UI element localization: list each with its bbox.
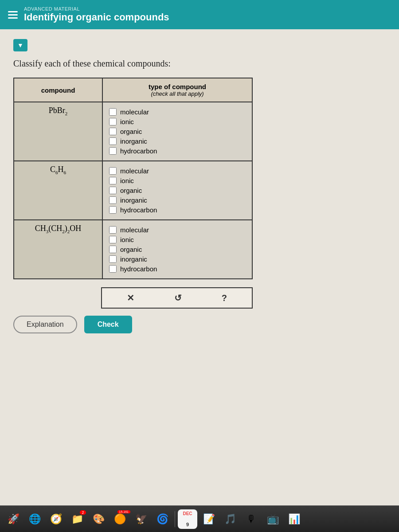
label-molecular-2: molecular xyxy=(120,167,149,175)
checkbox-row-inorganic-1: inorganic xyxy=(109,137,246,145)
checkboxes-cell-1: molecular ionic organic inorganic xyxy=(102,102,252,161)
clear-button[interactable]: ✕ xyxy=(127,293,134,303)
label-hydrocarbon-2: hydrocarbon xyxy=(120,206,157,214)
table-row: CH3(CH2)2OH molecular ionic organic xyxy=(14,220,252,279)
checkbox-row-ionic-1: ionic xyxy=(109,118,246,125)
checkbox-row-organic-2: organic xyxy=(109,187,246,194)
dock-item-app4[interactable]: 🎨 xyxy=(89,509,108,529)
checkbox-row-hydrocarbon-2: hydrocarbon xyxy=(109,206,246,214)
label-hydrocarbon-3: hydrocarbon xyxy=(120,265,157,273)
help-button[interactable]: ? xyxy=(222,293,227,303)
label-inorganic-1: inorganic xyxy=(120,137,147,145)
compound-table: compound type of compound (check all tha… xyxy=(13,78,253,279)
dock-item-app7[interactable]: 🌀 xyxy=(153,509,172,529)
formula-ch3ch2oh: CH3(CH2)2OH xyxy=(35,224,82,233)
dock-item-tv[interactable]: 📺 xyxy=(263,509,282,529)
dock-item-music[interactable]: 🎵 xyxy=(220,509,240,529)
dock-item-chrome[interactable]: 🌐 xyxy=(25,509,44,529)
checkbox-row-organic-3: organic xyxy=(109,246,246,253)
compound-cell-3: CH3(CH2)2OH xyxy=(14,220,102,279)
col-header-compound: compound xyxy=(14,78,102,102)
checkbox-row-ionic-3: ionic xyxy=(109,236,246,243)
header-title: Identifying organic compounds xyxy=(24,12,169,23)
table-row: C6H6 molecular ionic organic xyxy=(14,161,252,220)
checkbox-row-inorganic-3: inorganic xyxy=(109,255,246,263)
checkbox-inorganic-2[interactable] xyxy=(109,196,117,204)
label-molecular-3: molecular xyxy=(120,226,149,234)
checkbox-hydrocarbon-1[interactable] xyxy=(109,147,117,155)
checkbox-organic-3[interactable] xyxy=(109,246,117,253)
compound-cell-2: C6H6 xyxy=(14,161,102,220)
checkbox-ionic-3[interactable] xyxy=(109,236,117,243)
dock-item-app6[interactable]: 🦅 xyxy=(131,509,151,529)
checkbox-row-hydrocarbon-1: hydrocarbon xyxy=(109,147,246,155)
label-organic-2: organic xyxy=(120,187,142,194)
checkbox-row-molecular-2: molecular xyxy=(109,167,246,175)
checkbox-hydrocarbon-2[interactable] xyxy=(109,206,117,214)
dock-badge-app5: 15,161 xyxy=(117,510,130,513)
checkbox-organic-2[interactable] xyxy=(109,187,117,194)
checkboxes-cell-3: molecular ionic organic inorganic xyxy=(102,220,252,279)
label-inorganic-2: inorganic xyxy=(120,196,147,204)
checkbox-inorganic-1[interactable] xyxy=(109,137,117,145)
checkbox-row-ionic-2: ionic xyxy=(109,177,246,184)
label-organic-1: organic xyxy=(120,128,142,135)
checkbox-ionic-2[interactable] xyxy=(109,177,117,184)
main-content: ▼ Classify each of these chemical compou… xyxy=(0,29,399,517)
checkbox-molecular-2[interactable] xyxy=(109,167,117,175)
action-buttons-row: ✕ ↺ ? xyxy=(101,287,253,309)
checkboxes-cell-2: molecular ionic organic inorganic xyxy=(102,161,252,220)
bottom-buttons: Explanation Check xyxy=(13,316,386,333)
check-button[interactable]: Check xyxy=(84,316,132,333)
dock-item-safari[interactable]: 🧭 xyxy=(46,509,66,529)
checkbox-row-molecular-3: molecular xyxy=(109,226,246,234)
checkbox-row-hydrocarbon-3: hydrocarbon xyxy=(109,265,246,273)
table-row: PbBr2 molecular ionic organic xyxy=(14,102,252,161)
label-ionic-1: ionic xyxy=(120,118,134,125)
undo-button[interactable]: ↺ xyxy=(174,293,182,303)
explanation-button[interactable]: Explanation xyxy=(13,316,77,333)
dock-item-launchpad[interactable]: 🚀 xyxy=(4,509,23,529)
dock-badge-finder: 2 xyxy=(80,510,86,515)
checkbox-ionic-1[interactable] xyxy=(109,118,117,125)
checkbox-row-organic-1: organic xyxy=(109,128,246,135)
checkbox-row-molecular-1: molecular xyxy=(109,108,246,116)
checkbox-organic-1[interactable] xyxy=(109,128,117,135)
checkbox-molecular-1[interactable] xyxy=(109,108,117,116)
col-header-type: type of compound (check all that apply) xyxy=(102,78,252,102)
hamburger-menu-icon[interactable] xyxy=(8,11,18,19)
header-title-area: ADVANCED MATERIAL Identifying organic co… xyxy=(24,6,169,23)
dock-separator xyxy=(175,511,175,527)
checkbox-hydrocarbon-3[interactable] xyxy=(109,265,117,273)
checkbox-row-inorganic-2: inorganic xyxy=(109,196,246,204)
page-instruction: Classify each of these chemical compound… xyxy=(13,59,386,69)
formula-c6h6: C6H6 xyxy=(50,165,66,174)
label-hydrocarbon-1: hydrocarbon xyxy=(120,147,157,155)
checkbox-molecular-3[interactable] xyxy=(109,226,117,234)
label-molecular-1: molecular xyxy=(120,108,149,116)
compound-cell-1: PbBr2 xyxy=(14,102,102,161)
checkbox-inorganic-3[interactable] xyxy=(109,255,117,263)
formula-pbbr2: PbBr2 xyxy=(49,106,68,115)
label-ionic-3: ionic xyxy=(120,236,134,243)
dock-item-podcast[interactable]: 🎙 xyxy=(242,509,261,529)
dock-item-notes[interactable]: 📝 xyxy=(199,509,219,529)
dock-item-finder[interactable]: 📁 2 xyxy=(67,509,87,529)
label-ionic-2: ionic xyxy=(120,177,134,184)
app-header: ADVANCED MATERIAL Identifying organic co… xyxy=(0,0,399,29)
dock-item-stats[interactable]: 📊 xyxy=(284,509,304,529)
dock-item-app5[interactable]: 🟠 15,161 xyxy=(110,509,129,529)
collapse-button[interactable]: ▼ xyxy=(13,39,27,51)
header-subtitle: ADVANCED MATERIAL xyxy=(24,6,169,12)
dock-bar: 🚀 🌐 🧭 📁 2 🎨 🟠 15,161 🦅 🌀 9 DEC 📝 🎵 🎙 📺 📊 xyxy=(0,505,399,532)
label-organic-3: organic xyxy=(120,246,142,253)
dock-item-calendar[interactable]: 9 DEC xyxy=(178,509,197,529)
label-inorganic-3: inorganic xyxy=(120,255,147,263)
